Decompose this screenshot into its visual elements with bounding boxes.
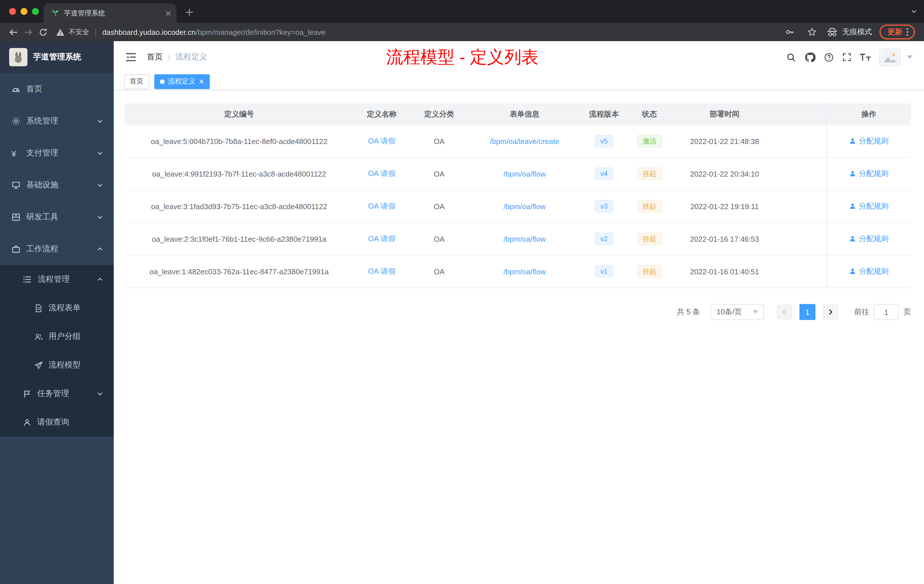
definition-name-link[interactable]: OA 请假: [368, 136, 395, 146]
security-label: 不安全: [69, 27, 89, 37]
app-shell: 芋道管理系统 首页 系统管理 ¥ 支付管理: [0, 41, 924, 584]
sidebar-item-workflow[interactable]: 工作流程: [0, 233, 114, 265]
sidebar-item-process-model[interactable]: 流程模型: [0, 351, 114, 379]
fullscreen-button[interactable]: [842, 53, 851, 62]
tab-close-icon[interactable]: [166, 11, 171, 16]
tab-title: 芋道管理系统: [64, 8, 161, 18]
sidebar-item-home[interactable]: 首页: [0, 73, 114, 105]
forward-button[interactable]: [21, 25, 35, 40]
browser-toolbar: 不安全 dashboard.yudao.iocoder.cn/bpm/manag…: [0, 23, 924, 41]
main-area: 首页 / 流程定义 流程模型 - 定义列表: [114, 41, 924, 584]
version-tag: v3: [594, 200, 613, 213]
breadcrumb-home[interactable]: 首页: [147, 52, 163, 62]
tab-search-button[interactable]: [911, 9, 917, 14]
tag-home[interactable]: 首页: [124, 74, 149, 89]
page-title: 流程模型 - 定义列表: [386, 45, 538, 69]
sidebar-item-label: 工作流程: [26, 244, 58, 254]
chevron-up-icon: [97, 246, 104, 252]
assign-rule-link[interactable]: 分配规则: [849, 136, 889, 146]
prev-page-button[interactable]: [777, 304, 792, 320]
cell-definition-id: oa_leave:4:991f2193-7b7f-11ec-a3c8-acde4…: [125, 170, 354, 178]
form-link[interactable]: /bpm/oa/flow: [503, 202, 545, 211]
definition-name-link[interactable]: OA 请假: [368, 234, 395, 244]
browser-tab[interactable]: 芋道管理系统: [43, 3, 177, 23]
chevron-up-icon: [97, 276, 104, 283]
form-link[interactable]: /bpm/oa/leave/create: [490, 137, 559, 145]
sidebar-item-process-management[interactable]: 流程管理: [0, 265, 114, 294]
yen-icon: ¥: [12, 148, 21, 158]
sidebar-item-payment[interactable]: ¥ 支付管理: [0, 137, 114, 169]
tag-process-definition[interactable]: 流程定义: [154, 74, 210, 89]
status-tag: 挂起: [637, 167, 662, 180]
sidebar-item-user-group[interactable]: 用户分组: [0, 322, 114, 351]
column-header: 流程版本: [581, 109, 627, 119]
cell-deploy-time: 2022-01-22 21:48:38: [672, 137, 778, 145]
site-security-chip[interactable]: 不安全: [56, 27, 89, 37]
form-link[interactable]: /bpm/oa/flow: [503, 267, 545, 276]
close-window-button[interactable]: [9, 8, 16, 15]
definition-name-link[interactable]: OA 请假: [368, 168, 395, 179]
update-label: 更新: [888, 27, 902, 37]
assign-rule-link[interactable]: 分配规则: [849, 234, 889, 244]
search-button[interactable]: [786, 52, 796, 62]
chevron-down-icon: [911, 9, 917, 14]
sidebar-item-leave-query[interactable]: 请假查询: [0, 408, 114, 437]
bookmark-star-button[interactable]: [805, 25, 819, 40]
version-tag: v2: [594, 233, 613, 245]
select-caret-icon: [752, 310, 758, 314]
sidebar-item-infrastructure[interactable]: 基础设施: [0, 169, 114, 201]
tag-label: 流程定义: [168, 77, 195, 86]
status-tag: 挂起: [637, 265, 662, 278]
question-circle-icon: [824, 52, 834, 62]
page-number-button[interactable]: 1: [799, 304, 815, 320]
sidebar-item-system[interactable]: 系统管理: [0, 105, 114, 137]
browser-update-menu-button[interactable]: 更新: [879, 25, 915, 40]
assign-rule-link[interactable]: 分配规则: [849, 201, 889, 211]
page-size-select[interactable]: 10条/页: [710, 304, 764, 320]
font-size-icon: [860, 53, 871, 62]
zoom-window-button[interactable]: [32, 8, 39, 15]
reload-button[interactable]: [35, 25, 50, 40]
address-bar[interactable]: dashboard.yudao.iocoder.cn/bpm/manager/d…: [102, 28, 782, 36]
new-tab-button[interactable]: [183, 6, 195, 18]
sidebar-item-task-management[interactable]: 任务管理: [0, 379, 114, 408]
paper-plane-icon: [34, 361, 43, 370]
chevron-down-icon: [97, 182, 104, 188]
goto-page-input[interactable]: [874, 304, 899, 320]
column-header: 定义名称: [354, 109, 410, 119]
chevron-right-icon: [827, 309, 833, 315]
column-header: 部署时间: [672, 109, 778, 119]
user-icon: [23, 418, 31, 427]
assign-rule-link[interactable]: 分配规则: [849, 266, 889, 277]
definition-name-link[interactable]: OA 请假: [368, 266, 395, 277]
plus-icon: [185, 8, 193, 16]
form-link[interactable]: /bpm/oa/flow: [503, 234, 545, 243]
password-key-button[interactable]: [782, 25, 797, 40]
font-size-button[interactable]: [860, 53, 871, 62]
assign-rule-link[interactable]: 分配规则: [849, 168, 889, 179]
table-row: oa_leave:4:991f2193-7b7f-11ec-a3c8-acde4…: [125, 158, 911, 190]
avatar-dropdown-caret-icon[interactable]: [907, 55, 912, 59]
version-tag: v4: [594, 167, 613, 180]
back-button[interactable]: [6, 25, 21, 40]
next-page-button[interactable]: [822, 304, 838, 320]
chevron-down-icon: [97, 150, 104, 157]
sidebar-item-process-form[interactable]: 流程表单: [0, 294, 114, 322]
minimize-window-button[interactable]: [21, 8, 27, 15]
form-link[interactable]: /bpm/oa/flow: [503, 170, 545, 178]
column-header: 表单信息: [469, 109, 581, 119]
sidebar-item-dev-tools[interactable]: 研发工具: [0, 201, 114, 233]
version-tag: v1: [594, 265, 613, 278]
cell-category: OA: [410, 202, 469, 211]
star-icon: [807, 27, 817, 36]
tag-close-icon[interactable]: [199, 79, 204, 84]
flag-icon: [23, 389, 31, 398]
definition-name-link[interactable]: OA 请假: [368, 201, 395, 211]
user-avatar[interactable]: [879, 48, 901, 66]
help-button[interactable]: [824, 52, 834, 62]
sidebar-collapse-button[interactable]: [123, 49, 139, 65]
dashboard-icon: [12, 84, 21, 94]
github-icon: [805, 52, 815, 63]
chevron-down-icon: [97, 118, 104, 125]
github-button[interactable]: [805, 52, 815, 63]
